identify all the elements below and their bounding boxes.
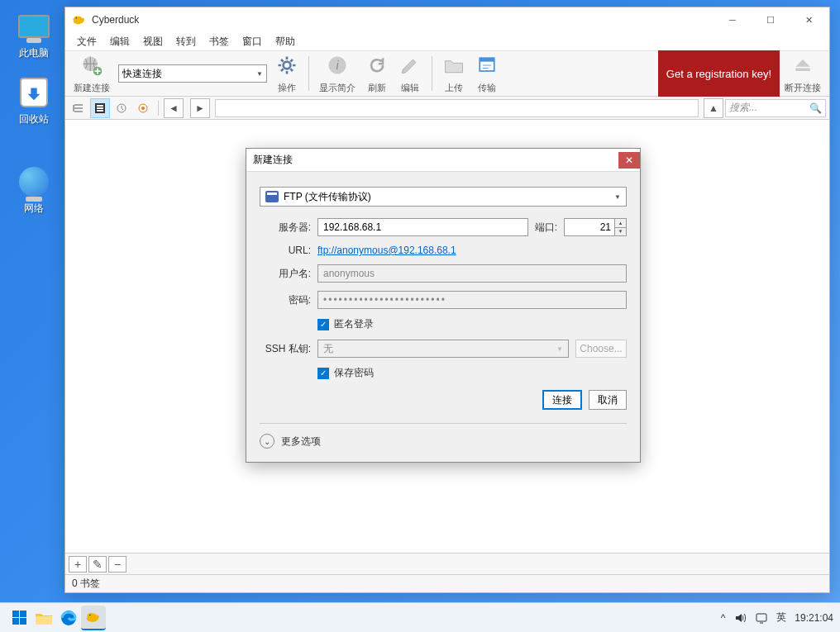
- tray-expand-icon[interactable]: ^: [721, 612, 726, 624]
- window-controls: ─ ☐ ✕: [714, 7, 828, 32]
- edit-button[interactable]: 编辑: [394, 50, 427, 97]
- title-bar: Cyberduck ─ ☐ ✕: [65, 7, 829, 32]
- choose-key-button: Choose...: [575, 340, 627, 358]
- view-history-button[interactable]: [112, 98, 131, 118]
- add-bookmark-button[interactable]: +: [69, 556, 87, 573]
- window-title: Cyberduck: [92, 14, 139, 26]
- more-options-toggle[interactable]: ⌄ 更多选项: [260, 434, 627, 449]
- desktop-icon-computer[interactable]: 此电脑: [5, 10, 63, 60]
- menu-help[interactable]: 帮助: [269, 33, 302, 50]
- toolbar-label: 新建连接: [74, 82, 110, 94]
- port-input[interactable]: [564, 218, 615, 236]
- path-input[interactable]: [215, 99, 699, 117]
- folder-icon: [442, 54, 465, 82]
- svg-point-14: [141, 107, 145, 110]
- start-button[interactable]: [7, 606, 31, 630]
- bin-icon: [17, 76, 50, 109]
- status-bar: 0 书签: [65, 574, 829, 592]
- sub-toolbar: ◄ ► ▲ 搜索... 🔍: [65, 97, 829, 120]
- globe-icon: [17, 165, 50, 198]
- menu-bar: 文件 编辑 视图 转到 书签 窗口 帮助: [65, 32, 829, 50]
- save-password-label: 保存密码: [334, 366, 374, 380]
- nav-forward-button[interactable]: ►: [190, 98, 210, 118]
- dialog-separator: [260, 423, 627, 424]
- gear-icon: [275, 54, 298, 82]
- ime-indicator[interactable]: 英: [776, 611, 786, 625]
- toolbar-label: 断开连接: [785, 82, 821, 94]
- taskbar-explorer[interactable]: [31, 606, 56, 630]
- svg-rect-19: [756, 614, 766, 621]
- search-input[interactable]: 搜索... 🔍: [725, 99, 826, 117]
- desktop-icon-recycle[interactable]: 回收站: [5, 76, 63, 126]
- toolbar-label: 上传: [445, 82, 463, 94]
- eject-icon: [791, 54, 814, 82]
- upload-button[interactable]: 上传: [437, 50, 470, 97]
- server-label: 服务器:: [260, 221, 317, 235]
- desktop-icon-label: 回收站: [5, 112, 63, 126]
- cancel-button[interactable]: 取消: [589, 390, 627, 410]
- svg-rect-7: [480, 58, 494, 61]
- remove-bookmark-button[interactable]: −: [108, 556, 126, 573]
- chevron-down-icon: ▼: [256, 70, 263, 78]
- show-intro-button[interactable]: i 显示简介: [314, 50, 360, 97]
- anonymous-checkbox[interactable]: ✓: [317, 319, 329, 330]
- volume-icon[interactable]: [733, 611, 747, 625]
- menu-edit[interactable]: 编辑: [103, 33, 136, 50]
- close-button[interactable]: ✕: [790, 7, 828, 32]
- menu-bookmark[interactable]: 书签: [203, 33, 236, 50]
- connect-button[interactable]: 连接: [542, 390, 582, 410]
- info-icon: i: [326, 54, 349, 82]
- desktop-icon-network[interactable]: 网络: [5, 165, 63, 216]
- protocol-label: FTP (文件传输协议): [284, 190, 371, 204]
- dialog-title-bar: 新建连接 ✕: [246, 149, 640, 172]
- desktop-icon-label: 此电脑: [5, 46, 63, 60]
- password-label: 密码:: [260, 293, 317, 307]
- menu-view[interactable]: 视图: [136, 33, 169, 50]
- chevron-down-icon: ▼: [614, 193, 621, 201]
- dialog-close-button[interactable]: ✕: [618, 152, 640, 169]
- url-link[interactable]: ftp://anonymous@192.168.68.1: [317, 245, 456, 256]
- nav-back-button[interactable]: ◄: [164, 98, 184, 118]
- sshkey-label: SSH 私钥:: [260, 342, 317, 356]
- nav-up-button[interactable]: ▲: [704, 98, 723, 118]
- svg-rect-16: [36, 616, 52, 625]
- menu-file[interactable]: 文件: [70, 33, 103, 50]
- chevron-down-icon: ▼: [556, 345, 563, 353]
- port-spinner[interactable]: ▲▼: [615, 218, 627, 236]
- menu-goto[interactable]: 转到: [169, 33, 203, 50]
- edit-bookmark-button[interactable]: ✎: [88, 556, 107, 573]
- refresh-button[interactable]: 刷新: [360, 50, 394, 97]
- disconnect-button[interactable]: 断开连接: [780, 50, 826, 97]
- taskbar-cyberduck[interactable]: [81, 606, 106, 630]
- new-connection-dialog: 新建连接 ✕ FTP (文件传输协议) ▼ 服务器: 端口: ▲▼ URL: f…: [246, 148, 641, 463]
- save-password-checkbox[interactable]: ✓: [317, 368, 329, 379]
- svg-rect-12: [97, 110, 103, 112]
- minimize-button[interactable]: ─: [714, 7, 752, 32]
- maximize-button[interactable]: ☐: [752, 7, 790, 32]
- registration-key-button[interactable]: Get a registration key!: [658, 50, 780, 97]
- more-options-label: 更多选项: [281, 435, 321, 449]
- svg-point-3: [284, 61, 291, 69]
- toolbar-separator: [308, 56, 309, 91]
- ftp-icon: [265, 191, 279, 202]
- network-icon[interactable]: [755, 611, 768, 625]
- protocol-select[interactable]: FTP (文件传输协议) ▼: [260, 187, 627, 207]
- server-input[interactable]: [317, 218, 528, 236]
- svg-rect-10: [97, 105, 103, 107]
- transfer-button[interactable]: 传输: [470, 50, 504, 97]
- view-bonjour-button[interactable]: [133, 98, 153, 118]
- operations-button[interactable]: 操作: [270, 50, 303, 97]
- refresh-icon: [365, 54, 389, 82]
- transfer-icon: [475, 54, 499, 82]
- taskbar-edge[interactable]: [56, 606, 81, 630]
- toolbar-separator: [432, 56, 432, 91]
- menu-window[interactable]: 窗口: [236, 33, 269, 50]
- new-connection-button[interactable]: 新建连接: [69, 50, 115, 97]
- username-label: 用户名:: [260, 267, 317, 281]
- svg-rect-11: [97, 107, 103, 109]
- clock[interactable]: 19:21:04: [795, 612, 833, 624]
- svg-rect-8: [795, 68, 810, 71]
- quick-connect-dropdown[interactable]: 快速连接 ▼: [118, 64, 267, 83]
- view-list-button[interactable]: [90, 98, 110, 118]
- view-outline-button[interactable]: [69, 98, 88, 118]
